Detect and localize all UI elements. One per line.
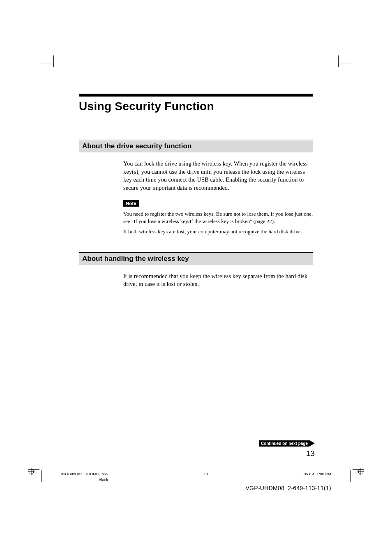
note-text: If both wireless keys are lost, your com… xyxy=(123,228,313,235)
section-heading-drive-security: About the drive security function xyxy=(79,140,313,152)
continued-label: Continued on next page xyxy=(259,440,309,447)
crop-mark xyxy=(340,64,352,64)
crop-mark xyxy=(53,55,54,67)
note-label: Note xyxy=(123,200,139,207)
title-rule xyxy=(79,94,313,97)
body-paragraph: You can lock the drive using the wireles… xyxy=(123,160,313,192)
registration-mark-icon xyxy=(357,468,364,475)
footer-page-small: 13 xyxy=(204,472,208,476)
registration-mark-icon xyxy=(28,468,35,475)
page-title: Using Security Function xyxy=(79,100,313,113)
page-content: Using Security Function About the drive … xyxy=(79,94,313,296)
crop-mark xyxy=(41,470,42,482)
page-number: 13 xyxy=(306,449,315,458)
crop-mark xyxy=(338,55,339,67)
footer-meta: 01GB02C01_UHDM08.p65 13 05.8.4, 1:00 PM xyxy=(61,472,331,476)
footer-timestamp: 05.8.4, 1:00 PM xyxy=(304,472,331,476)
crop-mark xyxy=(335,55,335,67)
body-paragraph: It is recommended that you keep the wire… xyxy=(123,272,313,288)
crop-mark xyxy=(350,470,351,482)
footer-filename: 01GB02C01_UHDM08.p65 xyxy=(61,472,108,476)
crop-mark xyxy=(40,64,52,64)
section-heading-wireless-key: About handling the wireless key xyxy=(79,252,313,265)
continued-badge: Continued on next page xyxy=(259,440,315,447)
crop-mark xyxy=(57,55,57,67)
note-text: You need to register the two wireless ke… xyxy=(123,210,313,225)
document-id: VGP-UHDM08_2-649-113-11(1) xyxy=(245,485,331,491)
footer-color: Black xyxy=(99,477,108,482)
arrow-right-icon xyxy=(309,440,315,447)
